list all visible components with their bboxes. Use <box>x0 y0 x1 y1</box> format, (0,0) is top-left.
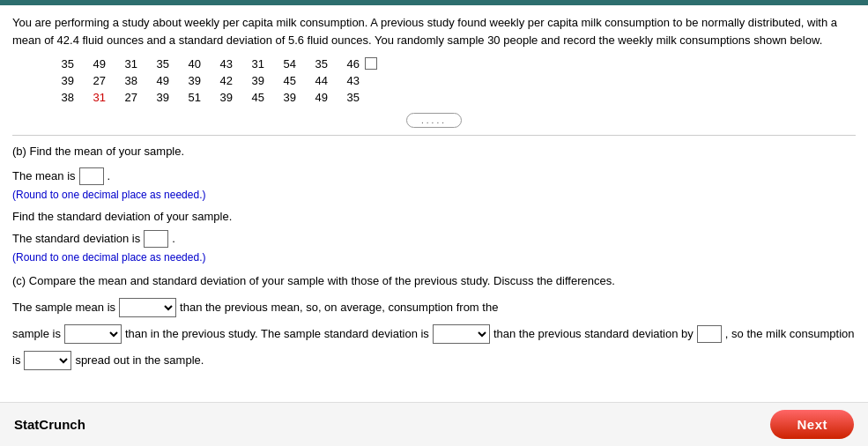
footer: StatCrunch Next <box>0 402 868 446</box>
data-table: 35 49 31 35 40 43 31 54 35 46 39 27 38 4… <box>48 57 838 104</box>
mean-period: . <box>108 169 111 182</box>
brand-label: StatCrunch <box>14 417 85 432</box>
std-hint: (Round to one decimal place as needed.) <box>12 251 856 264</box>
scroll-area[interactable]: You are performing a study about weekly … <box>0 5 868 402</box>
compare-line1-suffix: than the previous mean, so, on average, … <box>180 296 498 319</box>
cell-3-9: 49 <box>301 91 333 104</box>
compare-line3-prefix: is <box>12 349 20 372</box>
mean-line-text: The mean is <box>12 169 76 182</box>
cell-3-10: 35 <box>333 91 365 104</box>
data-row-1: 35 49 31 35 40 43 31 54 35 46 <box>48 57 838 71</box>
mean-input[interactable] <box>79 167 104 185</box>
cell-3-7: 45 <box>238 91 270 104</box>
part-c-label: (c) Compare the mean and standard deviat… <box>12 272 856 290</box>
compare-block: The sample mean is greater less equal th… <box>12 296 856 372</box>
cell-3-5: 51 <box>174 91 206 104</box>
cell-1-9: 35 <box>301 57 333 71</box>
compare-line3-suffix: spread out in the sample. <box>75 349 204 372</box>
cell-1-1: 35 <box>48 57 79 71</box>
std-input[interactable] <box>144 230 168 248</box>
dropdown-std-comparison[interactable]: greater less equal <box>433 324 490 344</box>
cell-1-3: 31 <box>111 57 143 71</box>
cell-2-10: 43 <box>333 74 365 87</box>
cell-1-2: 49 <box>79 57 111 71</box>
cell-3-2: 31 <box>79 91 111 104</box>
cell-1-10: 46 <box>333 57 365 71</box>
data-row-3: 38 31 27 39 51 39 45 39 49 35 <box>48 91 838 104</box>
main-content: You are performing a study about weekly … <box>0 5 868 446</box>
compare-comma: , so the milk consumption <box>725 323 855 346</box>
checkbox-icon[interactable] <box>365 57 377 70</box>
mean-answer-line: The mean is . <box>12 167 856 185</box>
std-label: Find the standard deviation of your samp… <box>12 210 856 223</box>
section-divider <box>12 135 856 136</box>
dropdown-spread-comparison[interactable]: more less <box>24 351 71 370</box>
cell-3-3: 27 <box>111 91 143 104</box>
compare-line2-prefix: sample is <box>12 323 61 346</box>
divider-dots: ..... <box>406 113 462 128</box>
cell-2-7: 39 <box>238 74 270 87</box>
cell-2-4: 49 <box>143 74 174 87</box>
mean-hint: (Round to one decimal place as needed.) <box>12 189 856 201</box>
cell-3-4: 39 <box>143 91 174 104</box>
cell-2-5: 39 <box>174 74 206 87</box>
cell-3-8: 39 <box>270 91 301 104</box>
cell-2-1: 39 <box>48 74 79 87</box>
cell-2-8: 45 <box>270 74 301 87</box>
cell-1-7: 31 <box>238 57 270 71</box>
std-answer-line: The standard deviation is . <box>12 230 856 248</box>
divider-row: ..... <box>12 113 856 128</box>
std-period: . <box>172 232 175 245</box>
dropdown-sample-comparison[interactable]: greater less equal <box>64 324 122 344</box>
dropdown-mean-comparison[interactable]: greater less equal <box>119 298 176 317</box>
std-diff-input[interactable] <box>697 325 722 343</box>
cell-3-6: 39 <box>206 91 238 104</box>
compare-line2-middle: than in the previous study. The sample s… <box>125 323 429 346</box>
part-b-label: (b) Find the mean of your sample. <box>12 143 856 160</box>
compare-line2-end: than the previous standard deviation by <box>493 323 694 346</box>
cell-2-9: 44 <box>301 74 333 87</box>
cell-2-6: 42 <box>206 74 238 87</box>
std-line-text: The standard deviation is <box>12 232 140 245</box>
cell-1-8: 54 <box>270 57 301 71</box>
cell-2-2: 27 <box>79 74 111 87</box>
data-row-2: 39 27 38 49 39 42 39 45 44 43 <box>48 74 838 87</box>
intro-paragraph: You are performing a study about weekly … <box>12 14 856 48</box>
cell-1-4: 35 <box>143 57 174 71</box>
compare-line-1: The sample mean is greater less equal th… <box>12 296 856 319</box>
cell-2-3: 38 <box>111 74 143 87</box>
cell-1-5: 40 <box>174 57 206 71</box>
cell-1-6: 43 <box>206 57 238 71</box>
next-button[interactable]: Next <box>770 410 854 439</box>
compare-line-3: is more less spread out in the sample. <box>12 349 856 372</box>
compare-line-2: sample is greater less equal than in the… <box>12 323 856 346</box>
compare-line1-prefix: The sample mean is <box>12 296 115 319</box>
cell-3-1: 38 <box>48 91 79 104</box>
